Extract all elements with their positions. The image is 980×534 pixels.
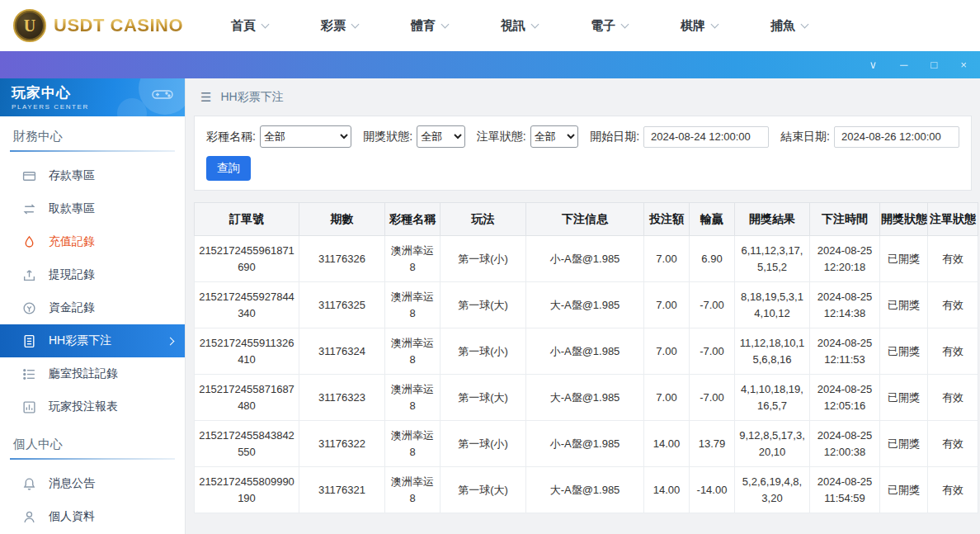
table-cell: 澳洲幸运8 (385, 236, 441, 282)
sidebar-item-deposit[interactable]: 存款專區 (0, 159, 185, 192)
search-button[interactable]: 查詢 (206, 156, 251, 181)
table-cell: 澳洲幸运8 (385, 375, 441, 421)
sidebar-item-announcements[interactable]: 消息公告 (0, 467, 185, 500)
bet-status-label: 注單狀態: (477, 130, 526, 144)
table-row: 215217245596187169031176326澳洲幸运8第一球(小)小-… (195, 236, 978, 282)
chevron-down-icon (801, 20, 809, 28)
sidebar-item-recharge-records[interactable]: 充值記錄 (0, 225, 185, 258)
chevron-down-icon (441, 20, 450, 28)
nav-item-chess[interactable]: 棋牌 (681, 18, 718, 34)
table-cell: 第一球(大) (441, 282, 526, 328)
main-nav: 首頁 彩票 體育 視訊 電子 棋牌 捕魚 (231, 18, 808, 34)
menu-toggle-icon[interactable]: ☰ (200, 90, 211, 105)
table-cell: 已開獎 (880, 282, 928, 328)
table-cell: 7.00 (644, 328, 690, 375)
nav-item-lottery[interactable]: 彩票 (321, 18, 358, 34)
sidebar-item-hall-bet-records[interactable]: 廳室投註記錄 (0, 357, 185, 390)
table-cell: 2152172455911326410 (195, 328, 299, 375)
table-cell: 已開獎 (880, 236, 928, 282)
table-cell: 7.00 (644, 236, 690, 282)
window-dropdown-button[interactable]: ∨ (869, 59, 878, 70)
table-cell: -14.00 (690, 467, 735, 513)
table-cell: 大-A盤@1.985 (526, 467, 644, 513)
bet-status-select[interactable]: 全部 (530, 125, 579, 148)
column-header-period: 期數 (299, 203, 385, 236)
column-header-lottery-name: 彩種名稱 (385, 203, 441, 236)
lottery-type-select[interactable]: 全部 (260, 125, 351, 148)
column-header-bet-amount: 投注額 (644, 203, 690, 236)
sidebar-item-cashout-records[interactable]: 提現記錄 (0, 258, 185, 291)
chevron-right-icon (167, 337, 175, 345)
filter-row: 彩種名稱: 全部 開獎狀態: 全部 注單狀態: 全部 開始日期: 結束日期: (206, 125, 959, 148)
sidebar-item-withdraw[interactable]: 取款專區 (0, 192, 185, 225)
player-center-header: 玩家中心 PLAYERS CENTER (0, 78, 185, 116)
table-cell: 第一球(大) (441, 375, 526, 421)
table-cell: 7.00 (644, 375, 690, 421)
table-cell: 2024-08-25 12:11:53 (810, 328, 880, 375)
table-cell: 已開獎 (880, 421, 928, 467)
bank-card-icon (22, 169, 36, 183)
table-cell: 2152172455809990190 (195, 467, 299, 513)
chevron-down-icon (531, 20, 539, 28)
main-content: ☰ HH彩票下注 彩種名稱: 全部 開獎狀態: 全部 注單狀態: 全部 (186, 78, 980, 534)
window-maximize-button[interactable]: □ (931, 59, 938, 70)
column-header-bet-status: 注單狀態 (928, 203, 978, 236)
sidebar-item-funds-records[interactable]: 資金記錄 (0, 291, 185, 324)
table-cell: 6,11,12,3,17,5,15,2 (735, 236, 810, 282)
nav-item-sports[interactable]: 體育 (411, 18, 448, 34)
section-title-personal: 個人中心 (10, 437, 175, 460)
table-cell: 第一球(小) (441, 236, 526, 282)
window-minimize-button[interactable]: ─ (900, 59, 907, 70)
nav-item-live-video[interactable]: 視訊 (501, 18, 538, 34)
table-cell: 14.00 (644, 421, 690, 467)
sidebar-item-label: 資金記錄 (49, 300, 95, 315)
table-cell: 大-A盤@1.985 (526, 375, 644, 421)
bullet-list-icon (22, 367, 36, 381)
table-cell: 31176322 (299, 421, 385, 467)
table-cell: 小-A盤@1.985 (526, 421, 644, 467)
table-cell: 31176324 (299, 328, 385, 375)
table-cell: 有效 (928, 236, 978, 282)
breadcrumb-bar: ☰ HH彩票下注 (194, 78, 972, 116)
bell-icon (22, 477, 36, 491)
table-row: 215217245592784434031176325澳洲幸运8第一球(大)大-… (195, 282, 978, 328)
table-cell: 小-A盤@1.985 (526, 236, 644, 282)
logo-text: USDT CASINO (54, 15, 183, 36)
table-row: 215217245584384255031176322澳洲幸运8第一球(小)小-… (195, 421, 978, 467)
sidebar-item-profile[interactable]: 個人資料 (0, 500, 185, 533)
nav-item-fishing[interactable]: 捕魚 (770, 18, 808, 34)
bet-records-table-wrap: 訂單號 期數 彩種名稱 玩法 下注信息 投注額 輸贏 開獎結果 下注時間 開獎狀… (194, 202, 972, 513)
table-cell: 大-A盤@1.985 (526, 282, 644, 328)
table-cell: 已開獎 (880, 467, 928, 513)
player-center-title: 玩家中心 (12, 83, 173, 102)
nav-item-slots[interactable]: 電子 (591, 18, 628, 34)
lottery-type-label: 彩種名稱: (206, 130, 256, 144)
table-cell: 7.00 (644, 282, 690, 328)
chevron-down-icon (621, 20, 629, 28)
start-date-input[interactable] (643, 126, 769, 148)
logo[interactable]: U USDT CASINO (13, 9, 183, 42)
table-cell: 11,12,18,10,15,6,8,16 (735, 328, 810, 375)
sidebar-item-player-bet-report[interactable]: 玩家投注報表 (0, 390, 185, 423)
table-cell: 澳洲幸运8 (385, 328, 441, 375)
column-header-order-no: 訂單號 (195, 203, 299, 236)
table-cell: 第一球(大) (441, 467, 526, 513)
document-list-icon (22, 334, 36, 348)
table-cell: 有效 (928, 375, 978, 421)
table-cell: 2152172455843842550 (195, 421, 299, 467)
table-cell: 澳洲幸运8 (385, 421, 441, 467)
table-cell: 澳洲幸运8 (385, 467, 441, 513)
table-row: 215217245587168748031176323澳洲幸运8第一球(大)大-… (195, 375, 978, 421)
sidebar-item-label: 消息公告 (49, 476, 95, 491)
sidebar-item-hh-lottery-bets[interactable]: HH彩票下注 (0, 324, 185, 357)
table-cell: 6.90 (690, 236, 735, 282)
table-cell: 已開獎 (880, 375, 928, 421)
table-cell: 2024-08-25 12:00:38 (810, 421, 880, 467)
end-date-input[interactable] (834, 126, 959, 148)
sidebar-item-label: 廳室投註記錄 (49, 366, 118, 381)
draw-status-select[interactable]: 全部 (417, 125, 465, 148)
table-row: 215217245580999019031176321澳洲幸运8第一球(大)大-… (195, 467, 978, 513)
table-cell: 31176323 (299, 375, 385, 421)
window-close-button[interactable]: × (960, 59, 967, 70)
nav-item-home[interactable]: 首頁 (231, 18, 268, 34)
